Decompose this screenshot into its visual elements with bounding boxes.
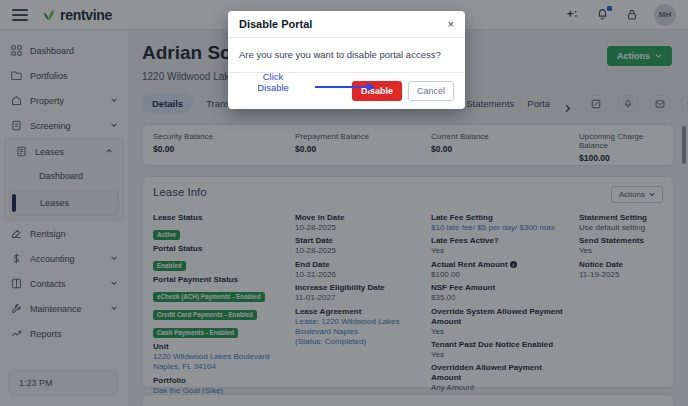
annotation-click-disable: Click Disable [242, 71, 304, 94]
modal-title: Disable Portal [239, 18, 312, 30]
close-icon[interactable]: × [448, 19, 454, 30]
cancel-button[interactable]: Cancel [408, 81, 454, 101]
disable-portal-modal: Disable Portal × Are you sure you want t… [228, 11, 465, 109]
modal-message: Are you sure you want to disable portal … [228, 38, 465, 73]
app-root: rentvine [0, 0, 688, 406]
annotation-arrow-icon [312, 80, 380, 94]
annotation-line1: Click [242, 71, 304, 82]
annotation-line2: Disable [242, 82, 304, 93]
